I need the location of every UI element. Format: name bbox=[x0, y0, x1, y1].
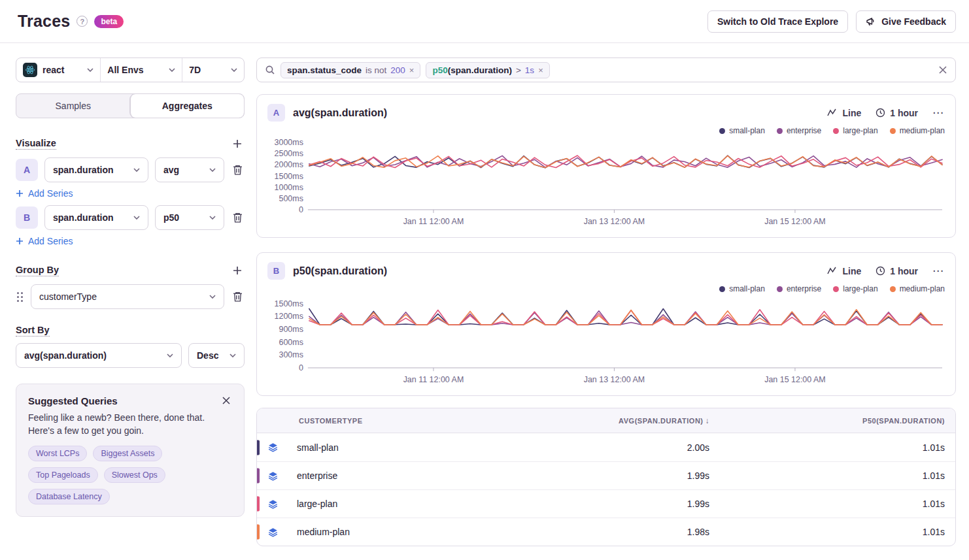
sidebar: react All Envs 7D Samples Aggregates bbox=[16, 58, 245, 546]
table-row[interactable]: enterprise 1.99s 1.01s bbox=[257, 461, 955, 489]
table-row[interactable]: small-plan 2.00s 1.01s bbox=[257, 433, 955, 461]
drag-handle[interactable] bbox=[16, 291, 24, 303]
delete-series-b-button[interactable] bbox=[231, 210, 245, 225]
legend-item-medium-plan[interactable]: medium-plan bbox=[890, 284, 945, 293]
chart-a-canvas[interactable]: 3000ms2500ms2000ms1500ms1000ms500ms0Jan … bbox=[267, 137, 945, 231]
series-color-bar bbox=[257, 497, 260, 512]
suggested-chip-top-pageloads[interactable]: Top Pageloads bbox=[28, 467, 98, 483]
close-icon[interactable] bbox=[220, 395, 232, 406]
series-b-agg-select[interactable]: p50 bbox=[155, 205, 224, 230]
legend-label: small-plan bbox=[729, 284, 765, 293]
give-feedback-button[interactable]: Give Feedback bbox=[856, 10, 956, 33]
environment-select[interactable]: All Envs bbox=[100, 58, 182, 82]
legend-dot-icon bbox=[833, 286, 839, 292]
plus-icon bbox=[16, 237, 24, 245]
add-group-by-button[interactable] bbox=[230, 263, 245, 278]
chart-interval-control[interactable]: 1 hour bbox=[876, 266, 918, 276]
legend-dot-icon bbox=[777, 286, 783, 292]
suggested-chip-worst-lcps[interactable]: Worst LCPs bbox=[28, 446, 87, 461]
switch-old-trace-button[interactable]: Switch to Old Trace Explore bbox=[707, 10, 848, 33]
legend-item-enterprise[interactable]: enterprise bbox=[777, 284, 821, 293]
legend-label: large-plan bbox=[843, 284, 877, 293]
row-group-value: large-plan bbox=[297, 499, 337, 509]
row-avg-value: 1.99s bbox=[478, 499, 720, 509]
layers-icon bbox=[267, 499, 279, 510]
suggested-queries-text: Feeling like a newb? Been there, done th… bbox=[28, 411, 232, 438]
tab-aggregates[interactable]: Aggregates bbox=[130, 94, 245, 118]
chart-type-control[interactable]: Line bbox=[827, 108, 861, 118]
group-by-select[interactable]: customerType bbox=[31, 284, 224, 309]
filter-key: span.status_code bbox=[287, 65, 362, 75]
chevron-down-icon bbox=[169, 68, 175, 72]
help-icon[interactable]: ? bbox=[76, 16, 88, 27]
svg-text:1000ms: 1000ms bbox=[275, 183, 303, 192]
clear-search-icon[interactable] bbox=[938, 65, 947, 74]
search-bar[interactable]: span.status_code is not 200 × p50(span.d… bbox=[256, 58, 956, 82]
chevron-down-icon bbox=[209, 295, 216, 299]
group-by-value: customerType bbox=[39, 291, 97, 302]
add-series-link-b[interactable]: Add Series bbox=[16, 236, 73, 246]
legend-item-large-plan[interactable]: large-plan bbox=[833, 126, 877, 135]
visualize-row-a: A span.duration avg bbox=[16, 157, 245, 182]
series-color-bar bbox=[257, 469, 260, 484]
series-a-agg-select[interactable]: avg bbox=[155, 157, 224, 182]
more-options-icon[interactable]: ⋯ bbox=[932, 264, 945, 278]
column-header-avg[interactable]: AVG(SPAN.DURATION)↓ bbox=[478, 416, 720, 425]
legend-dot-icon bbox=[719, 128, 725, 134]
chart-b-canvas[interactable]: 1500ms1200ms900ms600ms300ms0Jan 11 12:00… bbox=[267, 295, 945, 389]
project-select[interactable]: react bbox=[16, 58, 100, 82]
suggested-chip-biggest-assets[interactable]: Biggest Assets bbox=[93, 446, 162, 461]
layers-icon bbox=[267, 442, 279, 453]
column-header-customertype[interactable]: CUSTOMERTYPE bbox=[257, 417, 478, 425]
sort-field-select[interactable]: avg(span.duration) bbox=[16, 343, 182, 368]
chevron-down-icon bbox=[231, 68, 237, 72]
remove-filter-icon[interactable]: × bbox=[409, 66, 415, 74]
svg-text:1500ms: 1500ms bbox=[275, 299, 303, 308]
column-header-p50[interactable]: P50(SPAN.DURATION) bbox=[720, 417, 955, 425]
chevron-down-icon bbox=[133, 216, 140, 220]
series-a-field-select[interactable]: span.duration bbox=[44, 157, 148, 182]
table-row[interactable]: medium-plan 1.98s 1.01s bbox=[257, 518, 955, 546]
layers-icon bbox=[267, 470, 279, 482]
svg-text:Jan 13 12:00 AM: Jan 13 12:00 AM bbox=[584, 375, 645, 384]
project-select-value: react bbox=[42, 65, 64, 75]
filter-key: p50(span.duration) bbox=[432, 65, 512, 75]
delete-series-a-button[interactable] bbox=[231, 163, 245, 177]
more-options-icon[interactable]: ⋯ bbox=[932, 106, 945, 120]
visualize-row-b: B span.duration p50 bbox=[16, 205, 245, 230]
column-header-avg-label: AVG(SPAN.DURATION) bbox=[619, 417, 703, 425]
line-chart-icon bbox=[827, 108, 838, 117]
filter-value: 200 bbox=[390, 65, 405, 75]
legend-item-medium-plan[interactable]: medium-plan bbox=[890, 126, 945, 135]
svg-text:3000ms: 3000ms bbox=[275, 138, 303, 147]
svg-text:0: 0 bbox=[299, 205, 303, 214]
chart-type-control[interactable]: Line bbox=[827, 266, 861, 276]
add-series-link-a[interactable]: Add Series bbox=[16, 188, 73, 199]
clock-icon bbox=[876, 266, 885, 276]
megaphone-icon bbox=[866, 16, 876, 27]
chart-b-legend: small-planenterpriselarge-planmedium-pla… bbox=[267, 284, 945, 293]
delete-group-by-button[interactable] bbox=[231, 289, 245, 304]
row-p50-value: 1.01s bbox=[720, 527, 955, 537]
table-row[interactable]: large-plan 1.99s 1.01s bbox=[257, 489, 955, 518]
suggested-chip-database-latency[interactable]: Database Latency bbox=[28, 489, 110, 504]
clock-icon bbox=[876, 108, 885, 118]
legend-item-large-plan[interactable]: large-plan bbox=[833, 284, 877, 293]
sort-direction-select[interactable]: Desc bbox=[188, 343, 245, 368]
date-range-select[interactable]: 7D bbox=[182, 58, 244, 82]
filter-chip-p50-duration[interactable]: p50(span.duration) > 1s × bbox=[426, 62, 549, 78]
results-table: CUSTOMERTYPE AVG(SPAN.DURATION)↓ P50(SPA… bbox=[256, 408, 956, 546]
legend-item-small-plan[interactable]: small-plan bbox=[719, 284, 765, 293]
visualize-heading: Visualize bbox=[16, 138, 56, 150]
add-visualize-button[interactable] bbox=[230, 137, 245, 151]
legend-item-enterprise[interactable]: enterprise bbox=[777, 126, 821, 135]
tab-samples[interactable]: Samples bbox=[16, 94, 130, 118]
remove-filter-icon[interactable]: × bbox=[538, 66, 543, 74]
suggested-chip-slowest-ops[interactable]: Slowest Ops bbox=[104, 467, 165, 483]
series-color-bar bbox=[257, 525, 260, 540]
filter-chip-status-code[interactable]: span.status_code is not 200 × bbox=[280, 62, 420, 78]
chart-type-label: Line bbox=[842, 108, 861, 118]
legend-item-small-plan[interactable]: small-plan bbox=[719, 126, 765, 135]
chart-interval-control[interactable]: 1 hour bbox=[876, 108, 918, 118]
series-b-field-select[interactable]: span.duration bbox=[44, 205, 148, 230]
